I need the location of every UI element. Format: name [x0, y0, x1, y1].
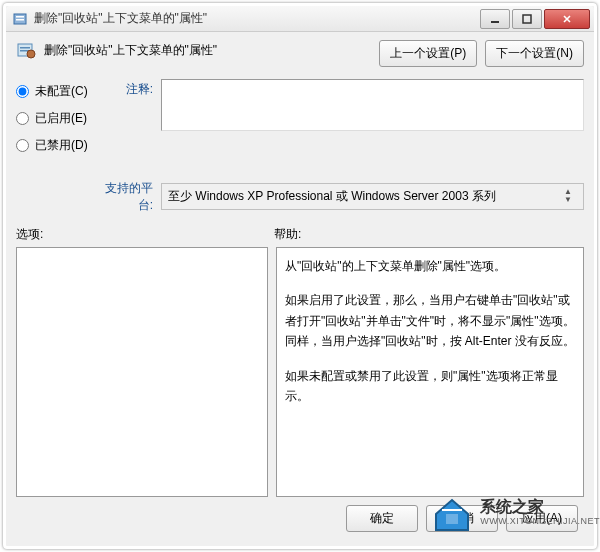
platform-spinner[interactable]: ▲ ▼	[559, 189, 577, 203]
radio-disabled-input[interactable]	[16, 139, 29, 152]
ok-button[interactable]: 确定	[346, 505, 418, 532]
radio-not-configured-input[interactable]	[16, 85, 29, 98]
minimize-button[interactable]	[480, 9, 510, 29]
help-paragraph: 如果未配置或禁用了此设置，则"属性"选项将正常显示。	[285, 366, 575, 407]
cancel-button[interactable]: 取消	[426, 505, 498, 532]
svg-rect-2	[16, 19, 24, 21]
app-icon	[12, 11, 28, 27]
apply-button[interactable]: 应用(A)	[506, 505, 578, 532]
radio-enabled[interactable]: 已启用(E)	[16, 110, 101, 127]
svg-rect-4	[523, 15, 531, 23]
help-paragraph: 从"回收站"的上下文菜单删除"属性"选项。	[285, 256, 575, 276]
radio-disabled-label: 已禁用(D)	[35, 137, 88, 154]
svg-rect-3	[491, 21, 499, 23]
svg-rect-6	[20, 47, 30, 49]
platform-label: 支持的平台:	[101, 178, 161, 214]
platform-value: 至少 Windows XP Professional 或 Windows Ser…	[168, 188, 559, 205]
spinner-down-icon: ▼	[564, 197, 572, 203]
help-panel: 从"回收站"的上下文菜单删除"属性"选项。 如果启用了此设置，那么，当用户右键单…	[276, 247, 584, 497]
maximize-button[interactable]	[512, 9, 542, 29]
options-label: 选项:	[16, 226, 274, 243]
policy-icon	[16, 40, 36, 60]
radio-not-configured-label: 未配置(C)	[35, 83, 88, 100]
radio-not-configured[interactable]: 未配置(C)	[16, 83, 101, 100]
next-setting-button[interactable]: 下一个设置(N)	[485, 40, 584, 67]
help-paragraph: 如果启用了此设置，那么，当用户右键单击"回收站"或者打开"回收站"并单击"文件"…	[285, 290, 575, 351]
content-area: 删除"回收站"上下文菜单的"属性" 上一个设置(P) 下一个设置(N) 未配置(…	[6, 32, 594, 546]
policy-title: 删除"回收站"上下文菜单的"属性"	[44, 42, 217, 59]
titlebar: 删除"回收站"上下文菜单的"属性"	[6, 6, 594, 32]
options-panel	[16, 247, 268, 497]
previous-setting-button[interactable]: 上一个设置(P)	[379, 40, 477, 67]
comment-label: 注释:	[101, 79, 161, 98]
radio-disabled[interactable]: 已禁用(D)	[16, 137, 101, 154]
close-button[interactable]	[544, 9, 590, 29]
comment-textarea[interactable]	[161, 79, 584, 131]
radio-enabled-label: 已启用(E)	[35, 110, 87, 127]
radio-enabled-input[interactable]	[16, 112, 29, 125]
svg-point-8	[27, 50, 35, 58]
window-title: 删除"回收站"上下文菜单的"属性"	[34, 10, 480, 27]
help-label: 帮助:	[274, 226, 301, 243]
dialog-window: 删除"回收站"上下文菜单的"属性" 删除"回收站"上下文菜单的"属性" 上一个设…	[3, 3, 597, 549]
window-controls	[480, 9, 594, 29]
svg-rect-1	[16, 16, 24, 18]
platform-box: 至少 Windows XP Professional 或 Windows Ser…	[161, 183, 584, 210]
